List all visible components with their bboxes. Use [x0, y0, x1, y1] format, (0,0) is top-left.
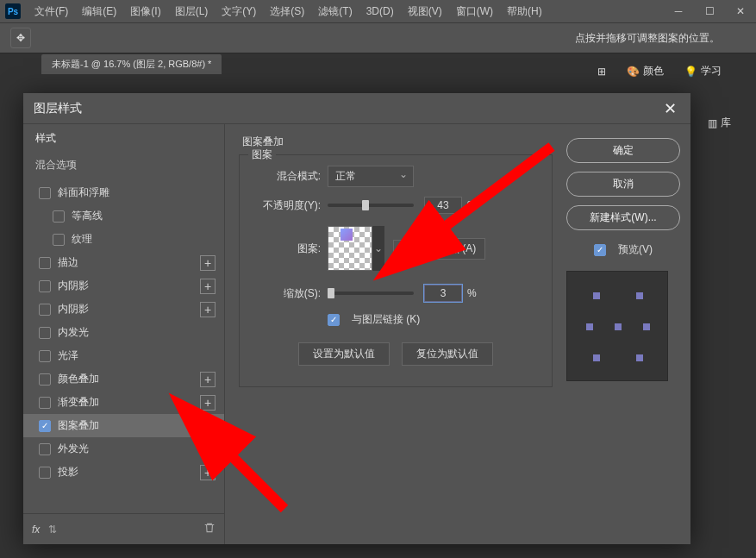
style-item-2[interactable]: 纹理: [23, 228, 224, 251]
trash-icon[interactable]: [203, 522, 216, 536]
menu-window[interactable]: 窗口(W): [449, 4, 500, 19]
arrow-up-down-icon[interactable]: ⇅: [48, 524, 57, 536]
menu-3d[interactable]: 3D(D): [359, 5, 401, 17]
style-checkbox[interactable]: [39, 280, 51, 292]
style-checkbox[interactable]: [39, 467, 51, 479]
reset-default-button[interactable]: 复位为默认值: [402, 342, 493, 366]
style-checkbox[interactable]: [39, 420, 51, 432]
style-label: 光泽: [58, 348, 216, 363]
ok-button[interactable]: 确定: [566, 138, 680, 163]
learn-panel-label: 学习: [701, 64, 722, 78]
actions-column: 确定 取消 新建样式(W)... 预览(V): [566, 124, 690, 544]
link-layer-label: 与图层链接 (K): [352, 312, 420, 327]
styles-column: 样式 混合选项 斜面和浮雕等高线纹理描边+内阴影+内阴影+内发光光泽颜色叠加+渐…: [23, 124, 225, 544]
window-minimize[interactable]: ─: [663, 0, 694, 22]
menu-image[interactable]: 图像(I): [123, 4, 167, 19]
style-list: 斜面和浮雕等高线纹理描边+内阴影+内阴影+内发光光泽颜色叠加+渐变叠加+图案叠加…: [23, 181, 224, 513]
snap-origin-button[interactable]: 紧原点 (A): [419, 238, 485, 260]
style-item-0[interactable]: 斜面和浮雕: [23, 181, 224, 204]
style-checkbox[interactable]: [39, 397, 51, 409]
window-maximize[interactable]: ☐: [694, 0, 725, 22]
section-title: 图案叠加: [239, 135, 553, 149]
style-checkbox[interactable]: [39, 373, 51, 386]
dialog-titlebar[interactable]: 图层样式 ✕: [23, 93, 690, 124]
blend-mode-label: 混合模式:: [252, 169, 321, 184]
document-tab[interactable]: 未标题-1 @ 16.7% (图层 2, RGB/8#) *: [41, 54, 222, 74]
menu-edit[interactable]: 编辑(E): [75, 4, 123, 19]
style-item-4[interactable]: 内阴影+: [23, 274, 224, 298]
styles-footer: fx ⇅: [23, 513, 224, 544]
settings-column: 图案叠加 图案 混合模式: 正常 不透明度(Y): 43 % 图案: ⌄: [225, 124, 566, 544]
options-bar: ✥ 点按并拖移可调整图案的位置。: [0, 22, 756, 53]
add-effect-icon[interactable]: +: [200, 395, 216, 411]
menu-view[interactable]: 视图(V): [401, 4, 449, 19]
style-checkbox[interactable]: [53, 234, 65, 246]
opacity-unit: %: [467, 199, 477, 211]
style-checkbox[interactable]: [39, 304, 51, 316]
style-label: 投影: [58, 465, 195, 480]
style-checkbox[interactable]: [39, 327, 51, 339]
color-panel-label: 颜色: [643, 64, 664, 78]
scale-slider[interactable]: [328, 292, 414, 295]
style-checkbox[interactable]: [39, 443, 51, 455]
make-default-button[interactable]: 设置为默认值: [298, 342, 390, 366]
style-checkbox[interactable]: [39, 187, 51, 199]
style-label: 内阴影: [58, 279, 195, 293]
style-item-3[interactable]: 描边+: [23, 251, 224, 274]
link-layer-checkbox[interactable]: [328, 314, 340, 326]
menu-filter[interactable]: 滤镜(T): [311, 4, 359, 19]
style-item-10[interactable]: 图案叠加: [23, 414, 224, 437]
style-item-12[interactable]: 投影+: [23, 461, 224, 484]
style-item-5[interactable]: 内阴影+: [23, 298, 224, 321]
style-checkbox[interactable]: [39, 257, 51, 269]
adjustments-icon[interactable]: ⊞: [590, 62, 613, 81]
style-item-6[interactable]: 内发光: [23, 321, 224, 344]
opacity-input[interactable]: 43: [424, 197, 462, 214]
add-effect-icon[interactable]: +: [200, 302, 216, 317]
add-effect-icon[interactable]: +: [200, 465, 216, 480]
blend-mode-select[interactable]: 正常: [328, 166, 414, 187]
preview-checkbox[interactable]: [594, 244, 606, 256]
app-logo: Ps: [5, 3, 21, 19]
new-style-button[interactable]: 新建样式(W)...: [566, 205, 680, 230]
add-effect-icon[interactable]: +: [200, 279, 216, 294]
scale-input[interactable]: 3: [424, 285, 462, 302]
style-label: 外发光: [58, 442, 216, 456]
cancel-button[interactable]: 取消: [566, 172, 680, 197]
style-checkbox[interactable]: [53, 210, 65, 223]
style-item-7[interactable]: 光泽: [23, 344, 224, 367]
pattern-swatch[interactable]: [328, 226, 372, 271]
snap-icon[interactable]: ↵: [393, 240, 410, 257]
library-panel-button[interactable]: ▥ 库: [703, 110, 754, 135]
menu-help[interactable]: 帮助(H): [500, 4, 549, 19]
style-item-11[interactable]: 外发光: [23, 437, 224, 461]
style-checkbox[interactable]: [39, 350, 51, 362]
scale-label: 缩放(S):: [252, 286, 321, 301]
blending-options[interactable]: 混合选项: [23, 153, 224, 181]
add-effect-icon[interactable]: +: [200, 255, 216, 271]
fx-menu[interactable]: fx: [32, 524, 40, 536]
move-tool-icon[interactable]: ✥: [10, 28, 31, 48]
opacity-slider[interactable]: [328, 204, 414, 207]
opacity-label: 不透明度(Y):: [252, 198, 321, 213]
close-icon[interactable]: ✕: [660, 99, 680, 118]
pattern-label: 图案:: [252, 241, 321, 256]
style-item-1[interactable]: 等高线: [23, 204, 224, 228]
pattern-group-label: 图案: [248, 147, 276, 162]
color-panel-button[interactable]: 🎨 颜色: [620, 60, 671, 82]
add-effect-icon[interactable]: +: [200, 372, 216, 387]
dialog-title: 图层样式: [34, 101, 82, 116]
style-item-9[interactable]: 渐变叠加+: [23, 391, 224, 414]
style-label: 内发光: [58, 325, 216, 340]
window-close[interactable]: ✕: [725, 0, 756, 22]
learn-panel-button[interactable]: 💡 学习: [678, 60, 728, 82]
pattern-dropdown-icon[interactable]: ⌄: [372, 226, 384, 271]
pattern-group: 图案 混合模式: 正常 不透明度(Y): 43 % 图案: ⌄ ↵ 紧原点 (A: [239, 154, 553, 387]
menu-type[interactable]: 文字(Y): [215, 4, 263, 19]
style-item-8[interactable]: 颜色叠加+: [23, 367, 224, 391]
menu-layer[interactable]: 图层(L): [168, 4, 216, 19]
menu-file[interactable]: 文件(F): [28, 4, 75, 19]
menu-select[interactable]: 选择(S): [263, 4, 311, 19]
style-label: 渐变叠加: [58, 395, 195, 410]
preview-label: 预览(V): [618, 242, 653, 257]
